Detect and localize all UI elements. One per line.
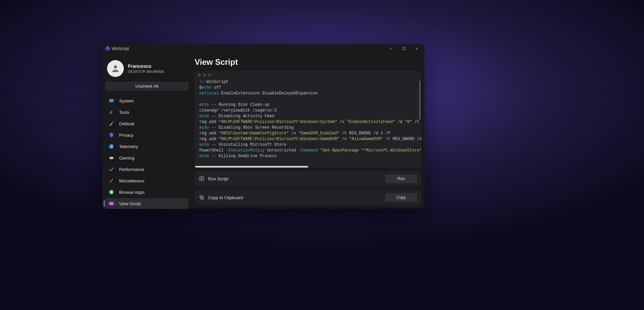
nav-telemetry[interactable]: ? Telemetry — [105, 141, 189, 152]
window-title: WinScript — [112, 46, 129, 51]
nav-gaming[interactable]: Gaming — [105, 152, 189, 163]
nav-label: Browse Apps — [119, 190, 145, 195]
run-button[interactable]: Run — [385, 174, 417, 183]
main-content: View Script :: WinScript @echo off setlo… — [191, 53, 425, 209]
svg-rect-18 — [200, 196, 203, 198]
page-title: View Script — [195, 57, 421, 67]
horizontal-scrollbar[interactable] — [195, 166, 308, 168]
nav-browse-apps[interactable]: Browse Apps — [105, 187, 189, 197]
svg-point-4 — [114, 65, 117, 69]
code-icon: </> — [108, 201, 114, 207]
profile-name: Francesco — [128, 63, 164, 69]
pencil-icon — [108, 178, 114, 184]
nav-label: Debloat — [119, 121, 134, 126]
nav-label: Gaming — [119, 156, 135, 161]
nav-label: Tools — [119, 110, 129, 115]
copy-button[interactable]: Copy — [385, 193, 417, 202]
svg-rect-17 — [201, 196, 203, 199]
copy-clipboard-label: Copy to Clipboard — [208, 195, 385, 200]
titlebar: WinScript — [102, 44, 425, 53]
svg-rect-5 — [109, 99, 114, 102]
nav-label: System — [119, 98, 134, 103]
nav-debloat[interactable]: Debloat — [105, 118, 189, 129]
gamepad-icon — [108, 155, 114, 161]
script-code[interactable]: :: WinScript @echo off setlocal EnableEx… — [195, 79, 421, 168]
nav-performance[interactable]: Performance — [105, 164, 189, 175]
nav-list: System Tools Debloat Privacy ? Telemetry — [105, 95, 189, 209]
close-button[interactable] — [410, 45, 423, 53]
check-icon — [108, 166, 114, 172]
minimize-button[interactable] — [385, 45, 398, 53]
question-shield-icon: ? — [108, 143, 114, 149]
run-script-row: Run Script Run — [195, 171, 421, 186]
run-script-label: Run Script — [208, 176, 385, 181]
app-window: WinScript Francesco DESKTOP-BNJM6NB Unch… — [102, 44, 425, 209]
shield-icon — [108, 132, 114, 138]
svg-rect-6 — [111, 102, 112, 103]
nav-label: Privacy — [119, 133, 134, 138]
nav-privacy[interactable]: Privacy — [105, 130, 189, 140]
dot-icon — [198, 74, 201, 77]
play-icon — [199, 176, 205, 182]
sidebar: Francesco DESKTOP-BNJM6NB Uncheck All Sy… — [102, 53, 191, 209]
app-logo-icon — [105, 46, 111, 52]
svg-rect-1 — [403, 48, 405, 50]
maximize-button[interactable] — [398, 45, 410, 53]
nav-label: View Script — [119, 201, 141, 206]
svg-line-7 — [112, 121, 113, 122]
svg-text:?: ? — [110, 145, 112, 148]
svg-point-11 — [110, 158, 111, 158]
nav-label: Telemetry — [119, 144, 138, 149]
plus-circle-icon — [108, 189, 114, 195]
svg-text:</>: </> — [110, 203, 113, 205]
wrench-icon — [108, 109, 114, 115]
copy-clipboard-row: Copy to Clipboard Copy — [195, 190, 421, 205]
nav-miscellaneous[interactable]: Miscellanous — [105, 175, 189, 186]
profile-block: Francesco DESKTOP-BNJM6NB — [105, 56, 189, 81]
code-window-controls — [195, 71, 421, 79]
copy-icon — [199, 194, 205, 201]
dot-icon — [208, 74, 211, 77]
profile-machine: DESKTOP-BNJM6NB — [128, 70, 164, 74]
svg-rect-10 — [109, 157, 113, 159]
nav-label: Performance — [119, 167, 144, 172]
svg-point-12 — [112, 158, 112, 158]
uncheck-all-button[interactable]: Uncheck All — [105, 82, 189, 91]
nav-view-script[interactable]: </> View Script — [105, 198, 189, 209]
nav-tools[interactable]: Tools — [105, 107, 189, 118]
nav-label: Miscellanous — [119, 178, 144, 183]
avatar-icon — [107, 60, 124, 77]
dot-icon — [203, 74, 206, 77]
nav-system[interactable]: System — [105, 95, 189, 106]
monitor-icon — [108, 98, 114, 104]
broom-icon — [108, 121, 114, 127]
script-panel: :: WinScript @echo off setlocal EnableEx… — [195, 71, 421, 168]
vertical-scrollbar[interactable] — [419, 81, 420, 120]
